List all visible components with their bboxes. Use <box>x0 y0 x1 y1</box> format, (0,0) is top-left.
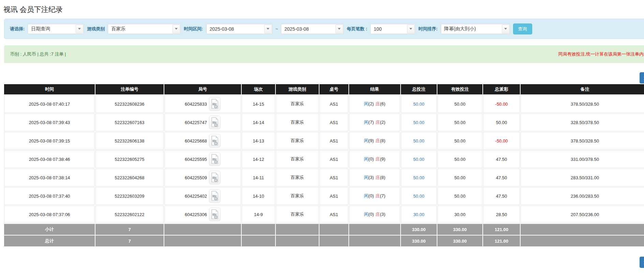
table-row: 2025-03-08 07:37:06 522322602122 6042253… <box>4 206 644 223</box>
total-bet-link[interactable]: 50.00 <box>413 175 424 180</box>
cell-valid-bet: 50.00 <box>437 169 482 186</box>
query-type-dropdown-arrow[interactable] <box>76 25 83 33</box>
chevron-down-icon <box>78 28 81 30</box>
subtotal-row: 小计 7 330.00 330.00 121.00 <box>4 224 644 235</box>
cell-payout: -50.00 <box>483 95 520 113</box>
table-row: 2025-03-08 07:38:14 522322604268 6042255… <box>4 169 644 186</box>
cell-note: 378.50/328.50 <box>521 132 644 150</box>
cell-game-type: 百家乐 <box>276 132 319 150</box>
cell-table-no: AS1 <box>319 113 348 131</box>
pagination-top: 1 <box>0 72 644 84</box>
bet-records-table: 时间 注单编号 局号 场次 游戏类别 桌号 结果 总投注 有效投注 总派彩 备注… <box>3 84 644 247</box>
cell-bet-no: 522322603209 <box>95 187 164 205</box>
cell-bet-no: 522322608236 <box>95 95 164 113</box>
cell-time: 2025-03-08 07:39:43 <box>4 113 95 131</box>
cell-total-bet: 50.00 <box>401 113 437 131</box>
currency-total-text: 币别 : 人民币 | 总共 :7 注单 | <box>10 51 66 57</box>
file-video-icon <box>211 191 219 201</box>
total-bet-link[interactable]: 50.00 <box>413 102 424 107</box>
total-bet-link[interactable]: 50.00 <box>413 157 424 162</box>
subtotal-label: 小计 <box>4 224 95 235</box>
cell-result: 闲(0)庄(7) <box>349 187 400 205</box>
grand-total-row: 总计 7 330.00 330.00 121.00 <box>4 236 644 246</box>
cell-result: 闲(2)庄(6) <box>349 95 400 113</box>
cell-bet-no: 522322606138 <box>95 132 164 150</box>
result-player-score: (0) <box>369 156 374 162</box>
search-button[interactable]: 查询 <box>513 24 532 34</box>
grand-total-count: 7 <box>95 236 164 246</box>
result-banker: 庄 <box>376 120 380 125</box>
result-player-score: (3) <box>369 175 374 180</box>
video-replay-button[interactable] <box>209 97 221 111</box>
video-replay-button[interactable] <box>209 134 221 148</box>
cell-total-bet: 50.00 <box>401 150 437 168</box>
result-player: 闲 <box>364 212 369 217</box>
video-replay-button[interactable] <box>209 189 221 203</box>
date-from-arrow[interactable] <box>264 25 272 33</box>
time-sort-dropdown[interactable]: 降幂(由大到小) <box>441 24 510 34</box>
game-type-dropdown[interactable]: 百家乐 <box>108 24 181 34</box>
cell-total-bet: 50.00 <box>401 187 437 205</box>
page-size-dropdown[interactable]: 100 <box>370 24 415 34</box>
cell-payout: 47.50 <box>483 150 520 168</box>
grand-total-label: 总计 <box>4 236 95 246</box>
time-sort-dropdown-arrow[interactable] <box>502 25 509 33</box>
valid-bet-notice-text: 同局有效投注,统一计算在该局第一张注单内 <box>558 51 644 57</box>
cell-note: 283.50/331.00 <box>521 169 644 186</box>
date-to-arrow[interactable] <box>335 25 343 33</box>
cell-time: 2025-03-08 07:37:40 <box>4 187 95 205</box>
total-bet-link[interactable]: 50.00 <box>413 120 424 125</box>
time-sort-value: 降幂(由大到小) <box>441 24 501 34</box>
col-header-total-bet: 总投注 <box>401 84 437 94</box>
chevron-down-icon <box>175 28 178 30</box>
game-type-value: 百家乐 <box>108 24 172 34</box>
date-to-picker[interactable]: 2025-03-08 <box>281 24 344 34</box>
video-replay-button[interactable] <box>209 171 221 184</box>
page-number-button[interactable]: 1 <box>640 257 644 268</box>
cell-bet-no: 522322604268 <box>95 169 164 186</box>
file-video-icon <box>211 136 219 146</box>
result-banker-score: (6) <box>380 101 386 106</box>
cell-session: 14-11 <box>242 169 275 186</box>
page-number-button[interactable]: 1 <box>640 72 644 84</box>
game-type-dropdown-arrow[interactable] <box>173 25 180 33</box>
grand-total-payout: 121.00 <box>483 236 520 246</box>
cell-time: 2025-03-08 07:38:14 <box>4 169 95 186</box>
time-sort-label: 时间排序: <box>418 26 437 32</box>
cell-session: 14-13 <box>242 132 275 150</box>
cell-game-type: 百家乐 <box>276 113 319 131</box>
cell-round-no: 604225833 <box>164 95 241 113</box>
col-header-bet-no: 注单编号 <box>95 84 164 94</box>
total-bet-link[interactable]: 30.00 <box>413 212 424 217</box>
page-title: 视讯 会员下注纪录 <box>3 5 644 14</box>
cell-payout: 47.50 <box>483 187 520 205</box>
cell-total-bet: 50.00 <box>401 132 437 150</box>
total-bet-link[interactable]: 50.00 <box>413 138 424 143</box>
cell-table-no: AS1 <box>319 206 348 223</box>
col-header-time: 时间 <box>4 84 95 94</box>
cell-valid-bet: 50.00 <box>437 187 482 205</box>
cell-game-type: 百家乐 <box>276 150 319 168</box>
cell-bet-no: 522322605275 <box>95 150 164 168</box>
col-header-note: 备注 <box>521 84 644 94</box>
cell-note: 207.50/236.00 <box>521 206 644 223</box>
video-replay-button[interactable] <box>209 152 221 166</box>
cell-valid-bet: 30.00 <box>437 206 482 223</box>
table-row: 2025-03-08 07:39:43 522322607163 6042257… <box>4 113 644 131</box>
page-size-dropdown-arrow[interactable] <box>407 25 415 33</box>
total-bet-link[interactable]: 50.00 <box>413 194 424 199</box>
date-from-picker[interactable]: 2025-03-08 <box>206 24 272 34</box>
result-player: 闲 <box>364 175 369 180</box>
col-header-result: 结果 <box>349 84 400 94</box>
result-player: 闲 <box>364 156 369 162</box>
result-banker: 庄 <box>376 212 380 217</box>
cell-total-bet: 50.00 <box>401 169 437 186</box>
col-header-round-no: 局号 <box>164 84 241 94</box>
video-replay-button[interactable] <box>209 208 221 221</box>
video-replay-button[interactable] <box>209 116 221 129</box>
result-player-score: (7) <box>369 120 374 125</box>
time-range-label: 时间区间: <box>184 26 203 32</box>
file-video-icon <box>211 154 219 164</box>
query-type-dropdown[interactable]: 日期查询 <box>28 24 84 34</box>
result-banker: 庄 <box>376 138 380 143</box>
